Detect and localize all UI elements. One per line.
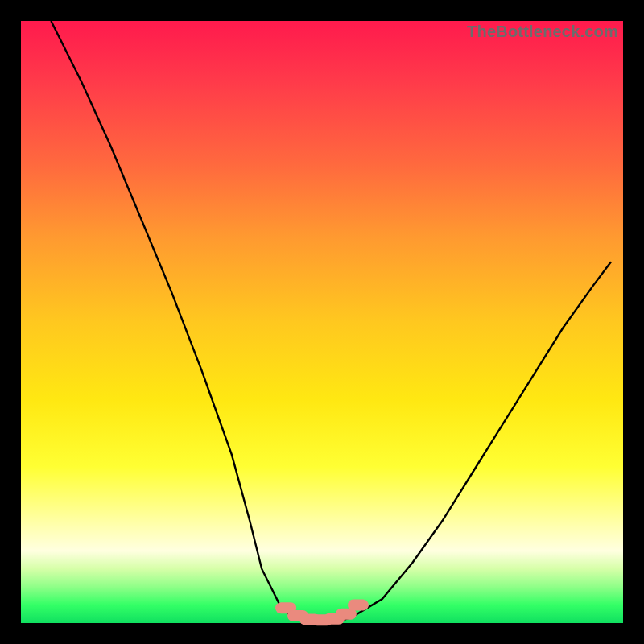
bottleneck-curve xyxy=(51,21,611,623)
marker-cluster xyxy=(275,600,369,626)
marker-pill xyxy=(348,600,369,611)
watermark-text: TheBottleneck.com xyxy=(467,23,618,41)
curve-path xyxy=(51,21,611,623)
chart-frame: TheBottleneck.com xyxy=(0,0,644,644)
curve-layer xyxy=(0,0,644,644)
